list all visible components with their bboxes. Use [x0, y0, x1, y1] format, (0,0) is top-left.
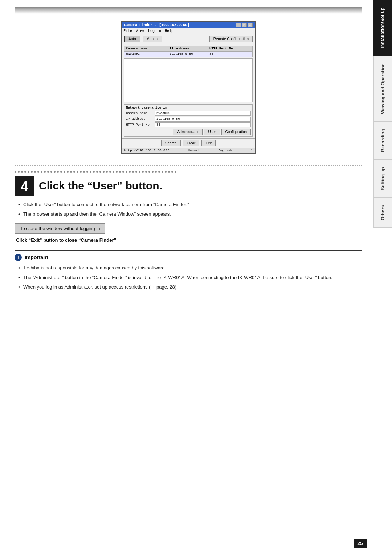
important-header: i Important	[15, 254, 362, 261]
step-header: 4 Click the “User” button.	[15, 176, 362, 196]
cf-row-ip: 192.168.0.50	[168, 52, 208, 57]
step-number: 4	[15, 176, 34, 196]
dot	[77, 171, 78, 173]
dot	[132, 171, 134, 173]
dot	[171, 171, 173, 173]
cf-port-value[interactable]: 80	[155, 122, 251, 127]
cf-statusbar-extra: 1	[251, 149, 253, 152]
dot	[122, 171, 124, 173]
dot	[103, 171, 105, 173]
dot	[165, 171, 167, 173]
step-bullet-2: The browser starts up and then the “Came…	[18, 211, 362, 217]
cf-statusbar-lang: English	[218, 149, 232, 152]
dot	[18, 171, 20, 173]
cf-menu-login[interactable]: Log-in	[148, 29, 161, 33]
sidebar-tab-recording-label: Recording	[380, 129, 385, 152]
dot	[96, 171, 98, 173]
step-bullet-1: Click the “User” button to connect to th…	[18, 201, 362, 208]
sidebar-tab-installation[interactable]: Installation/Set up	[373, 0, 392, 56]
dot	[67, 171, 69, 173]
cf-camera-name-value[interactable]: nwcam02	[155, 111, 251, 116]
sidebar-tab-recording[interactable]: Recording	[373, 122, 392, 160]
cf-maximize-button[interactable]: □	[242, 23, 247, 27]
dot	[90, 171, 91, 173]
dot	[148, 171, 150, 173]
sidebar-tab-others[interactable]: Others	[373, 198, 392, 228]
important-label: Important	[25, 254, 48, 260]
page-number: 25	[354, 539, 367, 548]
dot	[21, 171, 23, 173]
important-bullet-2: The “Administrator” button in the “Camer…	[18, 274, 362, 281]
cf-statusbar-mode: Manual	[188, 149, 200, 152]
cf-network-buttons: Administrator User Configuration	[126, 129, 251, 135]
dot	[34, 171, 36, 173]
table-row[interactable]: nwcam02 192.168.0.50 80	[124, 52, 252, 57]
dot	[80, 171, 82, 173]
dot	[83, 171, 85, 173]
cf-administrator-button[interactable]: Administrator	[173, 129, 203, 135]
sidebar-tab-installation-label: Installation/Set up	[380, 7, 385, 48]
important-bullets: Toshiba is not responsible for any damag…	[18, 265, 362, 290]
cf-manual-button[interactable]: Manual	[143, 36, 163, 42]
cf-port-field: HTTP Port No 80	[126, 122, 251, 127]
cf-row-camera-name: nwcam02	[124, 52, 168, 57]
sidebar-tab-setting-up-label: Setting up	[380, 167, 385, 190]
main-content: Camera Finder - [192.168.0.50] _ □ ✕ Fil…	[0, 0, 373, 555]
important-bullet-3: When you log in as Administrator, set up…	[18, 284, 362, 290]
cf-col-camera-name: Camera name	[124, 46, 168, 51]
cf-ip-field: IP address 192.168.0.50	[126, 117, 251, 122]
dot	[162, 171, 163, 173]
cf-statusbar-url: http://192.168.0.50:80/	[124, 149, 169, 152]
cf-network-section: Network camera log in Camera name nwcam0…	[124, 104, 253, 137]
cf-row-port: 80	[208, 52, 252, 57]
sidebar-tabs: Installation/Set up Viewing and Operatio…	[373, 0, 392, 555]
step-title: Click the “User” button.	[39, 176, 162, 192]
callout-text: To close the window without logging in	[20, 226, 100, 231]
cf-clear-button[interactable]: Clear	[183, 140, 200, 146]
dot	[126, 171, 127, 173]
dot	[119, 171, 121, 173]
cf-remote-config-button[interactable]: Remote Configuration	[209, 36, 253, 42]
cf-menu-file[interactable]: File	[123, 29, 132, 33]
cf-menu-view[interactable]: View	[136, 29, 144, 33]
dot	[142, 171, 144, 173]
dot	[99, 171, 101, 173]
cf-statusbar: http://192.168.0.50:80/ Manual English 1	[122, 148, 255, 153]
cf-minimize-button[interactable]: _	[236, 23, 241, 27]
cf-auto-button[interactable]: Auto	[124, 36, 140, 42]
dot	[50, 171, 52, 173]
callout-box: To close the window without logging in	[15, 223, 105, 234]
dot	[28, 171, 29, 173]
dot	[152, 171, 154, 173]
sidebar-tab-setting-up[interactable]: Setting up	[373, 160, 392, 198]
cf-ip-label: IP address	[126, 117, 155, 121]
cf-user-button[interactable]: User	[204, 129, 220, 135]
dot	[73, 171, 75, 173]
dot	[44, 171, 46, 173]
cf-col-ip: IP address	[168, 46, 208, 51]
cf-configuration-button[interactable]: Configuration	[221, 129, 251, 135]
dot	[135, 171, 137, 173]
important-bullet-1: Toshiba is not responsible for any damag…	[18, 265, 362, 271]
click-exit-text: Click “Exit” button to close “Camera Fin…	[16, 237, 362, 243]
cf-close-button[interactable]: ✕	[248, 23, 253, 27]
dot	[86, 171, 88, 173]
sidebar-tab-others-label: Others	[380, 205, 385, 220]
dot	[47, 171, 49, 173]
dotted-row	[15, 171, 362, 173]
cf-exit-button[interactable]: Exit	[201, 140, 216, 146]
top-bar	[15, 7, 362, 14]
cf-menu-help[interactable]: Help	[165, 29, 173, 33]
cf-ip-value[interactable]: 192.168.0.50	[155, 117, 251, 122]
dot	[54, 171, 56, 173]
dot	[175, 171, 176, 173]
step-section: 4 Click the “User” button. Click the “Us…	[15, 165, 362, 290]
cf-table-header: Camera name IP address HTTP Port No	[124, 46, 252, 52]
cf-table: Camera name IP address HTTP Port No nwca…	[124, 46, 253, 57]
dot	[113, 171, 114, 173]
sidebar-tab-viewing-label: Viewing and Operation	[380, 63, 385, 114]
cf-search-button[interactable]: Search	[161, 140, 181, 146]
dot	[109, 171, 111, 173]
cf-bottom-buttons: Search Clear Exit	[122, 138, 255, 148]
sidebar-tab-viewing[interactable]: Viewing and Operation	[373, 56, 392, 122]
